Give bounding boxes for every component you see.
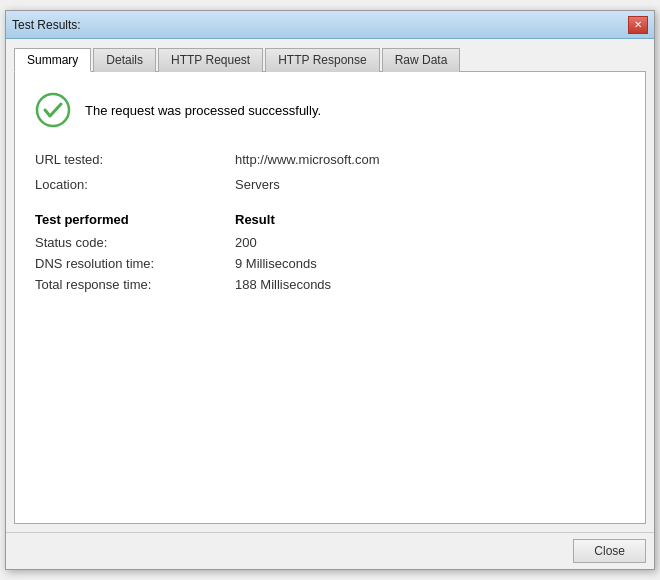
window-body: Summary Details HTTP Request HTTP Respon… [6, 39, 654, 532]
title-bar-controls: ✕ [628, 16, 648, 34]
tab-bar: Summary Details HTTP Request HTTP Respon… [14, 47, 646, 72]
tab-http-response[interactable]: HTTP Response [265, 48, 379, 72]
dns-label: DNS resolution time: [35, 256, 235, 271]
close-button[interactable]: Close [573, 539, 646, 563]
results-section: Test performed Result Status code: 200 D… [35, 212, 625, 292]
svg-point-0 [37, 94, 69, 126]
test-results-window: Test Results: ✕ Summary Details HTTP Req… [5, 10, 655, 570]
tab-details[interactable]: Details [93, 48, 156, 72]
status-code-value: 200 [235, 235, 257, 250]
success-icon [35, 92, 71, 128]
location-value: Servers [235, 177, 280, 192]
status-code-row: Status code: 200 [35, 235, 625, 250]
response-time-row: Total response time: 188 Milliseconds [35, 277, 625, 292]
window-footer: Close [6, 532, 654, 569]
title-bar: Test Results: ✕ [6, 11, 654, 39]
location-label: Location: [35, 177, 235, 192]
window-close-button[interactable]: ✕ [628, 16, 648, 34]
url-label: URL tested: [35, 152, 235, 167]
tab-summary[interactable]: Summary [14, 48, 91, 72]
tab-raw-data[interactable]: Raw Data [382, 48, 461, 72]
tab-http-request[interactable]: HTTP Request [158, 48, 263, 72]
result-header: Result [235, 212, 275, 227]
tab-content-summary: The request was processed successfully. … [14, 72, 646, 524]
info-table: URL tested: http://www.microsoft.com Loc… [35, 152, 625, 192]
location-row: Location: Servers [35, 177, 625, 192]
window-title: Test Results: [12, 18, 81, 32]
response-time-label: Total response time: [35, 277, 235, 292]
success-message: The request was processed successfully. [85, 103, 321, 118]
dns-row: DNS resolution time: 9 Milliseconds [35, 256, 625, 271]
url-row: URL tested: http://www.microsoft.com [35, 152, 625, 167]
status-code-label: Status code: [35, 235, 235, 250]
results-header-row: Test performed Result [35, 212, 625, 227]
success-banner: The request was processed successfully. [35, 92, 625, 128]
response-time-value: 188 Milliseconds [235, 277, 331, 292]
test-header: Test performed [35, 212, 235, 227]
url-value: http://www.microsoft.com [235, 152, 379, 167]
dns-value: 9 Milliseconds [235, 256, 317, 271]
